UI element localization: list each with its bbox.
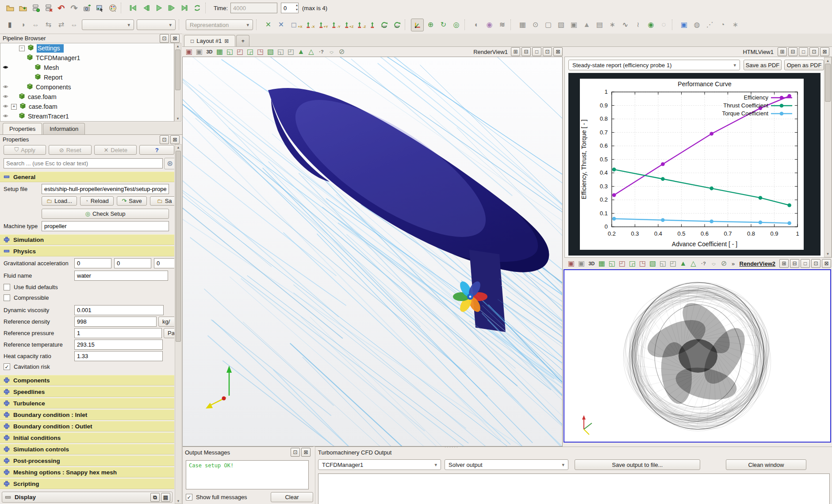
cfd-output-log[interactable] <box>318 473 830 504</box>
save-camera-icon[interactable]: ▣ <box>184 48 194 56</box>
calculator-filter-icon[interactable]: ▦ <box>517 19 529 31</box>
interactive-select-cells-icon[interactable]: ◱ <box>658 260 667 267</box>
clear-selection-icon[interactable]: ⊘ <box>719 260 728 267</box>
pipeline-item-report[interactable]: Report <box>0 73 174 82</box>
pressure-input[interactable] <box>74 328 162 338</box>
show-center-axes-icon[interactable]: ⊕ <box>425 19 437 31</box>
cavitation-risk-checkbox[interactable]: ✓ <box>4 363 10 370</box>
connect-server-icon[interactable] <box>30 2 42 14</box>
undock-panel-icon[interactable]: ⊡ <box>160 135 169 144</box>
split-horizontal-icon[interactable]: ⊞ <box>779 259 789 268</box>
pipeline-item-streamtracer1[interactable]: StreamTracer1 <box>0 111 174 121</box>
undo-icon[interactable]: ↶ <box>55 2 67 14</box>
section-turbulence[interactable]: Turbulence <box>0 398 174 409</box>
redo-icon[interactable]: ↷ <box>68 2 80 14</box>
load-button[interactable]: 🗀Load... <box>42 196 77 206</box>
density-input[interactable] <box>74 317 157 327</box>
rescale-visible-icon[interactable]: ⇔ <box>68 19 80 31</box>
open-as-pdf-button[interactable]: Open as PDF <box>784 60 824 70</box>
visibility-eye-icon[interactable] <box>0 113 10 119</box>
gravity-z-input[interactable] <box>154 258 174 268</box>
renderview2-viewport[interactable] <box>564 269 831 443</box>
select-cells-on-icon[interactable]: ◱ <box>225 48 234 56</box>
apply-button[interactable]: ⛉Apply <box>4 145 46 155</box>
reset-button[interactable]: ⊘Reset <box>49 145 91 155</box>
time-input[interactable] <box>230 3 277 13</box>
density-unit-select[interactable]: kg/ <box>158 317 174 327</box>
search-options-icon[interactable]: ⊛ <box>164 158 174 169</box>
section-meshing-options-snappy-hex-mesh[interactable]: Meshing options : Snappy hex mesh <box>0 467 174 477</box>
cone-source-icon[interactable]: ▲ <box>581 19 593 31</box>
warp-filter-icon[interactable]: ≀ <box>632 19 644 31</box>
section-initial-conditions[interactable]: Initial conditions <box>0 432 174 443</box>
next-frame-icon[interactable] <box>165 2 177 14</box>
section-scripting[interactable]: Scripting <box>0 478 174 489</box>
last-frame-icon[interactable] <box>178 2 190 14</box>
save-camera-icon[interactable]: ▣ <box>567 260 576 267</box>
heat-capacity-input[interactable] <box>74 351 163 361</box>
color-palette-icon[interactable] <box>107 2 119 14</box>
select-block-icon[interactable]: ▧ <box>648 260 657 267</box>
collapse-node-icon[interactable]: − <box>19 46 25 51</box>
section-display[interactable]: Display ⧉ ▤ <box>2 492 173 503</box>
reset-camera-icon[interactable]: ✕ <box>262 19 274 31</box>
grow-selection-icon[interactable]: ⌔ <box>327 48 336 56</box>
section-simulation-controls[interactable]: Simulation controls <box>0 444 174 454</box>
pipeline-scrollbar[interactable]: ▴ ▾ <box>174 43 181 122</box>
pipeline-item-tcfdmanager1[interactable]: TCFDManager1 <box>0 53 174 63</box>
undock-panel-icon[interactable]: ⊡ <box>160 34 169 43</box>
toggle-3d-icon[interactable]: 3D <box>205 48 214 56</box>
preview-screen-icon[interactable]: ▣ <box>678 19 690 31</box>
expand-section-icon[interactable] <box>4 237 10 243</box>
rotate-90-cw-icon[interactable]: +90 <box>378 19 390 31</box>
report-select[interactable]: Steady-state report (efficiency probe 1)… <box>568 60 740 70</box>
streamline-filter-icon[interactable]: ∿ <box>619 19 631 31</box>
cfd-channel-select[interactable]: Solver output▾ <box>445 459 568 470</box>
split-horizontal-icon[interactable]: ⊞ <box>511 47 520 56</box>
capture-view-icon[interactable]: ▦ <box>597 260 606 267</box>
toggle-3d-icon[interactable]: 3D <box>587 260 596 267</box>
close-view-icon[interactable]: ⊠ <box>553 47 563 56</box>
select-cells-through-icon[interactable]: ◲ <box>628 260 637 267</box>
use-fluid-defaults-checkbox[interactable] <box>4 284 10 290</box>
undock-panel-icon[interactable]: ⊡ <box>291 448 300 457</box>
loop-icon[interactable] <box>191 2 203 14</box>
cfd-manager-select[interactable]: TCFDManager1▾ <box>318 459 441 470</box>
grow-selection-icon[interactable]: ⌔ <box>709 260 718 267</box>
box-source-icon[interactable]: ▢ <box>542 19 554 31</box>
show-orientation-axes-icon[interactable] <box>411 19 424 31</box>
section-physics[interactable]: Physics <box>0 246 174 256</box>
previous-frame-icon[interactable] <box>140 2 152 14</box>
section-general[interactable]: General <box>0 172 174 182</box>
interactive-select-points-icon[interactable]: ◰ <box>668 260 678 267</box>
close-view-icon[interactable]: ⊠ <box>822 259 831 268</box>
frame-stepper[interactable]: ▴▾ <box>296 3 298 12</box>
snowflake-icon[interactable]: ∗ <box>729 19 741 31</box>
capture-view-icon[interactable]: ▦ <box>215 48 224 56</box>
chart-clock-icon[interactable]: ◔ <box>717 19 728 31</box>
delete-button[interactable]: ✕Delete <box>94 145 137 155</box>
visibility-eye-icon[interactable] <box>0 65 10 71</box>
disc-source-icon[interactable]: ⊙ <box>529 19 541 31</box>
component-select[interactable]: ▾ <box>137 19 176 30</box>
clip-sphere-icon[interactable]: ◐ <box>471 19 483 31</box>
maximize-view-icon[interactable]: □ <box>801 259 810 268</box>
rotate-90-ccw-icon[interactable]: -90 <box>391 19 403 31</box>
hover-points-icon[interactable]: △ <box>307 48 316 56</box>
section-speedlines[interactable]: Speedlines <box>0 386 174 397</box>
close-view-icon[interactable]: ⊠ <box>820 47 829 56</box>
tab-properties[interactable]: Properties <box>3 123 42 134</box>
save-animation-icon[interactable] <box>94 2 106 14</box>
play-icon[interactable] <box>153 2 165 14</box>
collapse-section-icon[interactable] <box>4 174 10 180</box>
help-button[interactable]: ? <box>139 145 174 155</box>
properties-scrollbar[interactable]: ▴ ▾ <box>175 144 182 504</box>
hover-cells-icon[interactable]: ▲ <box>296 48 306 56</box>
visibility-eye-icon[interactable] <box>0 103 10 110</box>
section-boundary-condition-inlet[interactable]: Boundary condition : Inlet <box>0 409 174 420</box>
reload-button[interactable]: ◔Reload <box>80 196 114 206</box>
pick-center-icon[interactable]: ◎ <box>450 19 462 31</box>
viscosity-input[interactable] <box>74 305 164 315</box>
capture-screenshot-icon[interactable] <box>81 2 93 14</box>
tab-information[interactable]: Information <box>43 123 85 134</box>
